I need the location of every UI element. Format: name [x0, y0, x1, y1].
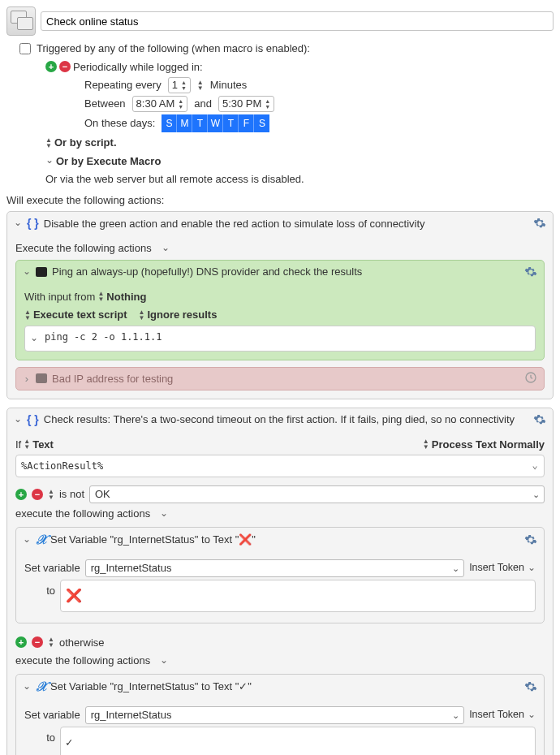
- day-mon[interactable]: M: [177, 114, 192, 132]
- set-var-x-title: Set Variable "rg_InternetStatus" to Text…: [50, 533, 256, 546]
- ignore-results-select[interactable]: Ignore results: [147, 307, 217, 323]
- action-bad-ip-title: Bad IP address for testing: [52, 373, 173, 385]
- action-group-1: { } Disable the green action and enable …: [6, 211, 554, 399]
- if-label: If: [15, 437, 21, 453]
- condition-value-input[interactable]: OK: [89, 485, 545, 503]
- to-label: to: [24, 727, 55, 746]
- between-and: and: [194, 96, 212, 112]
- repeating-unit-sort-icon[interactable]: ▲▼: [197, 80, 204, 91]
- action-group-2: { } Check results: There's a two-second …: [6, 408, 554, 756]
- day-tue[interactable]: T: [192, 114, 208, 132]
- triggers-enabled-checkbox[interactable]: [19, 43, 31, 54]
- insert-token-button[interactable]: Insert Token: [469, 560, 536, 576]
- clock-icon[interactable]: [524, 371, 544, 386]
- periodic-trigger-label: Periodically while logged in:: [73, 59, 203, 76]
- execute-actions-label: execute the following actions: [15, 653, 150, 669]
- disclose-icon[interactable]: [23, 681, 31, 692]
- between-label: Between: [84, 96, 126, 112]
- set-variable-label: Set variable: [24, 707, 80, 723]
- disclose-icon[interactable]: [45, 153, 54, 168]
- disclose-icon[interactable]: [160, 507, 168, 521]
- repeating-interval-stepper[interactable]: 1 ▲▼: [168, 77, 191, 93]
- sort-icon[interactable]: ▲▼: [24, 438, 30, 450]
- execute-actions-header: Will execute the following actions:: [6, 192, 164, 209]
- execute-actions-label: execute the following actions: [15, 506, 150, 522]
- set-var-check-title: Set Variable "rg_InternetStatus" to Text…: [50, 680, 252, 692]
- day-wed[interactable]: W: [208, 114, 223, 132]
- triggers-header: Triggered by any of the following (when …: [37, 41, 310, 57]
- disclose-icon[interactable]: [23, 266, 31, 278]
- gear-icon[interactable]: [524, 265, 537, 278]
- execute-script-select[interactable]: Execute text script: [33, 307, 127, 323]
- add-condition-button[interactable]: +: [15, 636, 27, 648]
- action-set-var-x: 𝒳 Set Variable "rg_InternetStatus" to Te…: [15, 527, 545, 623]
- remove-condition-button[interactable]: −: [32, 636, 43, 648]
- action-group-1-title: Disable the green action and enable the …: [44, 218, 425, 230]
- disclose-icon[interactable]: [160, 654, 168, 668]
- terminal-icon: [36, 373, 47, 383]
- process-text-select[interactable]: Process Text Normally: [432, 437, 545, 453]
- braces-icon: { }: [27, 217, 39, 230]
- sort-icon[interactable]: ▲▼: [423, 438, 429, 450]
- variable-icon: 𝒳: [36, 680, 45, 694]
- sort-icon[interactable]: ▲▼: [97, 291, 104, 302]
- set-variable-label: Set variable: [24, 560, 80, 576]
- with-input-value-select[interactable]: Nothing: [106, 289, 146, 305]
- sort-icon[interactable]: ▲▼: [139, 309, 145, 321]
- group1-subheader: Execute the following actions: [15, 240, 152, 257]
- days-label: On these days:: [84, 115, 155, 132]
- condition-op-select[interactable]: is not: [59, 486, 84, 503]
- gear-icon[interactable]: [524, 533, 537, 546]
- disclose-icon[interactable]: [14, 414, 22, 425]
- sort-icon[interactable]: ▲▼: [45, 137, 52, 149]
- insert-token-button[interactable]: Insert Token: [469, 707, 536, 723]
- with-input-label: With input from: [24, 289, 95, 305]
- add-trigger-button[interactable]: +: [45, 61, 57, 72]
- gear-icon[interactable]: [524, 680, 537, 693]
- or-by-execute-macro[interactable]: Or by Execute Macro: [56, 153, 161, 170]
- otherwise-label: otherwise: [59, 635, 105, 651]
- to-label: to: [24, 580, 55, 599]
- if-text-input[interactable]: %ActionResult%: [15, 455, 545, 477]
- sort-icon[interactable]: ▲▼: [48, 489, 54, 500]
- remove-condition-button[interactable]: −: [32, 489, 43, 500]
- disclose-icon[interactable]: [23, 373, 31, 385]
- disclose-icon[interactable]: [14, 218, 22, 229]
- macro-icon: [6, 6, 36, 36]
- or-via-web: Or via the web server but all remote acc…: [45, 171, 304, 188]
- action-ping-title: Ping an always-up (hopefully!) DNS provi…: [52, 265, 362, 278]
- terminal-icon: [36, 267, 47, 277]
- sort-icon[interactable]: ▲▼: [24, 309, 31, 321]
- sort-icon[interactable]: ▲▼: [48, 636, 54, 648]
- repeating-unit-select[interactable]: Minutes: [210, 77, 248, 93]
- disclose-icon[interactable]: [23, 534, 31, 546]
- gear-icon[interactable]: [533, 413, 546, 426]
- action-set-var-check: 𝒳 Set Variable "rg_InternetStatus" to Te…: [15, 674, 545, 756]
- script-textarea[interactable]: ping -c 2 -o 1.1.1.1: [24, 326, 536, 352]
- braces-icon: { }: [27, 413, 39, 426]
- repeating-label: Repeating every: [84, 77, 162, 93]
- between-end-time[interactable]: 5:30 PM ▲▼: [218, 96, 274, 112]
- to-value-input[interactable]: ❌: [60, 580, 536, 612]
- variable-name-select[interactable]: rg_InternetStatus: [85, 706, 464, 724]
- between-start-time[interactable]: 8:30 AM ▲▼: [132, 96, 188, 112]
- day-thu[interactable]: T: [223, 114, 239, 132]
- add-condition-button[interactable]: +: [15, 489, 27, 500]
- macro-title-input[interactable]: [41, 11, 554, 31]
- action-group-2-title: Check results: There's a two-second time…: [44, 413, 515, 425]
- day-fri[interactable]: F: [239, 114, 254, 132]
- to-value-input[interactable]: ✓: [60, 727, 536, 756]
- if-type-select[interactable]: Text: [32, 437, 54, 453]
- day-sat[interactable]: S: [254, 114, 269, 132]
- variable-name-select[interactable]: rg_InternetStatus: [85, 559, 464, 577]
- disclose-icon[interactable]: [162, 241, 170, 256]
- days-selector[interactable]: S M T W T F S: [162, 114, 269, 132]
- disclose-icon[interactable]: [30, 333, 38, 345]
- gear-icon[interactable]: [533, 217, 546, 230]
- remove-trigger-button[interactable]: −: [59, 61, 71, 72]
- day-sun[interactable]: S: [162, 114, 177, 132]
- or-by-script[interactable]: Or by script.: [54, 135, 117, 151]
- action-bad-ip: Bad IP address for testing: [15, 367, 545, 390]
- action-ping: Ping an always-up (hopefully!) DNS provi…: [15, 260, 545, 360]
- disclose-icon[interactable]: [531, 460, 539, 472]
